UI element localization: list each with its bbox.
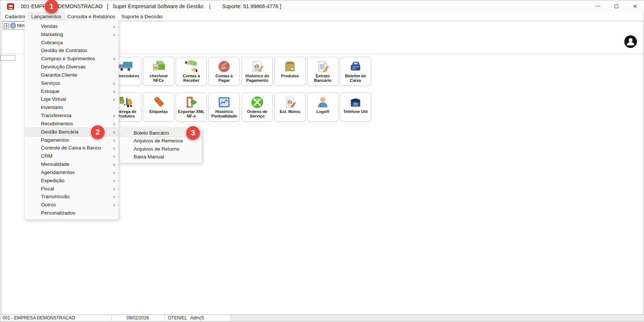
menu-item-label: Fiscal [41,186,54,191]
toolbar-button-label: Contas à Pagar [209,74,239,83]
menu-item-personalizados[interactable]: Personalizados [25,209,118,217]
chevron-right-icon: › [113,168,115,177]
toolbar-button-label: Extrato Bancário [308,74,338,83]
toolbar-button-exportar-xml-nfe[interactable]: Exportar XML NF-e [176,93,207,122]
menu-item-label: Recebimentos [41,121,73,126]
window-title: 001-EMPRESA DEMONSTRACAO [ Super Empresa… [21,0,281,12]
menu-item-outros[interactable]: Outros› [25,201,118,209]
chevron-right-icon: › [113,55,115,63]
menu-item-devolucao-diversas[interactable]: Devolução Diversas [25,63,118,71]
menu-item-loja-virtual[interactable]: Loja Virtual› [25,95,118,103]
chevron-right-icon: › [113,87,115,96]
menu-item-crm[interactable]: CRM› [25,152,118,160]
chevron-right-icon: › [113,79,115,87]
user-profile-icon[interactable] [624,35,637,48]
status-user: OTENIEL Adm(S [168,315,204,321]
menubar-item-consulta-e-relatorios[interactable]: Consulta e Relatórios [64,13,118,20]
toolbar-button-historico-de-pagamento[interactable]: Histórico de Pagamento [242,57,273,86]
menu-item-label: Serviços [41,80,60,86]
close-button[interactable]: ✕ [627,0,644,12]
document-chart-pencil-icon [251,59,264,74]
menu-item-servicos[interactable]: Serviços› [25,79,118,87]
menu-item-label: Agendamentos [41,170,75,175]
menu-item-pagamentos[interactable]: Pagamentos› [25,136,118,144]
door-arrow-icon [185,95,198,109]
menu-item-vendas[interactable]: Vendas› [25,22,118,30]
menu-item-transmissao[interactable]: Transmissão› [25,193,118,201]
toolbar-button-extrato-bancario[interactable]: Extrato Bancário [307,57,338,86]
toolbar-button-telefone-util[interactable]: Telefone Util [340,93,371,122]
box-icon [284,59,296,74]
menu-item-recebimentos[interactable]: Recebimentos› [25,120,118,128]
truck-icon [119,59,133,74]
app-logo-icon [7,3,14,10]
tab-close-icon[interactable]: x [4,23,9,28]
menu-item-controle-de-caixa-e-banco[interactable]: Controle de Caixa e Banco› [25,144,118,152]
toolbar-button-historico-pontualidade[interactable]: Histórico Pontualidade [208,93,240,122]
menu-item-label: CRM [41,153,52,159]
menu-item-agendamentos[interactable]: Agendamentos› [25,168,118,177]
menubar-item-lancamentos[interactable]: Lançamentos [28,13,64,20]
submenu-item-baixa-manual[interactable]: Baixa Manual [120,153,202,161]
menu-item-compras-e-suprimentos[interactable]: Compras e Suprimentos› [25,55,118,63]
telephone-icon [349,95,362,109]
step-3-badge: 3 [186,126,200,140]
menu-item-mensalidade[interactable]: Mensalidade› [25,160,118,168]
status-bar: 001 - EMPRESA DEMONSTRACAO 09/02/2026 OT… [0,315,644,321]
menu-item-fiscal[interactable]: Fiscal› [25,185,118,193]
toolbar-button-boletim-de-caixa[interactable]: Boletim de Caixa [340,57,371,86]
menu-item-label: Expedição [41,178,64,183]
menu-item-cobranca[interactable]: Cobrança [25,39,118,47]
menu-item-gestao-de-contratos[interactable]: Gestão de Contratos [25,46,118,55]
submenu-item-label: Baixa Manual [134,154,164,160]
menu-item-label: Personalizados [41,210,75,216]
toolbar-button-label: Contas à Receber [176,74,206,83]
tab-circle-close-icon[interactable]: x [10,23,16,29]
menu-item-label: Garantia Cliente [41,72,77,78]
chevron-right-icon: › [113,30,115,39]
toolbar-button-checkout-nfce[interactable]: checkout NFCe [143,57,174,86]
minimize-button[interactable]: — [589,0,606,12]
toolbar-button-label: Telefone Util [341,109,370,114]
chevron-right-icon: › [113,177,115,185]
chevron-right-icon: › [113,120,115,128]
status-separator [230,315,231,321]
menu-item-label: Controle de Caixa e Banco [41,145,101,151]
menu-item-transferencia[interactable]: Transferencia› [25,112,118,120]
forklift-icon [119,95,133,109]
toolbar-button-logoff[interactable]: Logoff [307,93,338,122]
person-icon [317,95,329,109]
toolbar-button-label: Est. Motos [275,109,305,114]
menubar-item-cadastro[interactable]: Cadastro [2,13,28,20]
chevron-right-icon: › [113,201,115,209]
toolbar-button-label: Logoff [308,109,338,114]
toolbar-button-etiquetas[interactable]: Etiquetas [143,93,174,122]
status-separator [111,315,112,321]
tag-icon [152,95,165,109]
toolbar-button-contas-a-pagar[interactable]: Contas à Pagar [208,57,240,86]
toolbar-button-label: Produtos [275,74,305,78]
mini-input-field[interactable] [0,55,15,61]
menubar-item-suporte-a-decisao[interactable]: Suporte à Decisão [118,13,166,20]
menu-item-expedicao[interactable]: Expedição› [25,177,118,185]
toolbar-button-ordens-de-servico[interactable]: Ordens de Serviço [242,93,273,122]
red-money-circle-icon [218,59,230,74]
chart-panel-icon [218,95,230,109]
document-pencil-icon [316,59,329,74]
toolbar-button-contas-a-receber[interactable]: Contas à Receber [176,57,207,86]
menu-item-marketing[interactable]: Marketing› [25,30,118,39]
toolbar-button-est-motos[interactable]: Est. Motos [274,93,306,122]
menu-item-garantia-cliente[interactable]: Garantia Cliente [25,71,118,79]
maximize-button[interactable] [608,0,625,12]
maximize-icon [615,4,618,8]
chevron-right-icon: › [113,95,115,103]
menu-item-label: Vendas [41,23,58,29]
menu-item-estoque[interactable]: Estoque› [25,87,118,96]
toolbar-button-produtos[interactable]: Produtos [274,57,306,86]
toolbar-button-label: Histórico Pontualidade [209,109,239,118]
submenu-item-arquivos-de-retorno[interactable]: Arquivos de Retorno [120,145,202,153]
step-1-badge: 1 [45,0,58,13]
menu-item-inventario[interactable]: Inventário [25,103,118,112]
menu-item-label: Cobrança [41,40,63,45]
cash-register-icon [349,59,362,74]
